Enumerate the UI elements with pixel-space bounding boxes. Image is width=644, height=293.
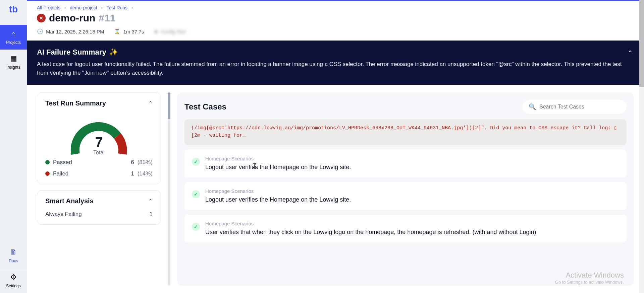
docs-icon: 🗎 bbox=[10, 248, 17, 257]
chevron-up-icon: ⌃ bbox=[148, 198, 153, 204]
title-row: ✕ demo-run #11 bbox=[37, 12, 634, 24]
test-list: (/img[@src='https://cdn.lowvig.ag/img/pr… bbox=[184, 119, 627, 278]
sidebar-item-settings[interactable]: ⚙ Settings bbox=[0, 268, 27, 293]
sidebar-item-projects[interactable]: ⌂ Projects bbox=[0, 25, 27, 50]
status-failed-icon: ✕ bbox=[37, 14, 46, 22]
legend-pct: (14%) bbox=[138, 170, 153, 177]
panel-header: Test Cases 🔍 bbox=[184, 100, 627, 114]
gauge-total-label: Total bbox=[67, 150, 131, 156]
sidebar-item-insights[interactable]: ▦ Insights bbox=[0, 50, 27, 74]
breadcrumb-item[interactable]: All Projects bbox=[37, 5, 60, 10]
breadcrumb-item[interactable]: demo-project bbox=[70, 5, 97, 10]
sidebar-item-label: Projects bbox=[6, 40, 20, 45]
scrollbar-thumb[interactable] bbox=[639, 0, 644, 87]
sidebar-item-label: Insights bbox=[6, 65, 20, 70]
home-icon: ⌂ bbox=[11, 29, 15, 38]
dot-passed-icon bbox=[45, 160, 50, 164]
windows-watermark: Activate Windows Go to Settings to activ… bbox=[555, 271, 624, 285]
meta-row: 🕒 Mar 12, 2025, 2:26:18 PM ⌛ 1m 37.7s ◈ … bbox=[37, 28, 634, 34]
run-number: #11 bbox=[99, 12, 115, 24]
gauge-chart: 7 Total Passed 6 bbox=[45, 114, 153, 177]
duration: ⌛ 1m 37.7s bbox=[114, 28, 144, 34]
scrollbar-thumb[interactable] bbox=[168, 92, 170, 119]
main-content: All Projects › demo-project › Test Runs … bbox=[27, 0, 644, 293]
card-title: Smart Analysis bbox=[45, 197, 94, 205]
smart-row: Always Failing 1 bbox=[45, 211, 153, 218]
sidebar-item-label: Docs bbox=[9, 259, 18, 263]
hourglass-icon: ⌛ bbox=[114, 28, 120, 34]
status-passed-icon: ✓ bbox=[192, 158, 200, 166]
breadcrumb-item[interactable]: Test Runs bbox=[107, 5, 127, 10]
card-title: Test Run Summary bbox=[45, 99, 106, 107]
test-title: Logout user verifies the Homepage on the… bbox=[205, 163, 619, 171]
tag-icon: ◈ bbox=[154, 28, 158, 34]
test-case-item[interactable]: ✓ Homepage Scenarios Logout user verifie… bbox=[184, 150, 627, 177]
smart-value: 1 bbox=[150, 211, 153, 218]
left-scrollbar[interactable] bbox=[168, 92, 170, 286]
gauge-total-value: 7 bbox=[67, 135, 131, 150]
app-logo: tb bbox=[9, 4, 18, 15]
clock-icon: 🕒 bbox=[37, 28, 43, 34]
content-area: Test Run Summary ⌃ 7 Total bbox=[27, 85, 644, 293]
test-category: Homepage Scenarios bbox=[205, 156, 619, 161]
timestamp-value: Mar 12, 2025, 2:26:18 PM bbox=[46, 29, 104, 34]
smart-analysis-card: Smart Analysis ⌃ Always Failing 1 bbox=[37, 190, 161, 225]
error-log: (/img[@src='https://cdn.lowvig.ag/img/pr… bbox=[184, 119, 627, 145]
search-box[interactable]: 🔍 bbox=[523, 100, 627, 114]
status-passed-icon: ✓ bbox=[192, 223, 200, 231]
duration-value: 1m 37.7s bbox=[123, 29, 144, 34]
legend-pct: (85%) bbox=[138, 159, 153, 166]
legend-count: 1 bbox=[131, 170, 134, 177]
chevron-right-icon: › bbox=[131, 5, 133, 10]
chevron-right-icon: › bbox=[101, 5, 103, 10]
panel-title: Test Cases bbox=[184, 102, 226, 112]
smart-label: Always Failing bbox=[45, 211, 82, 218]
chevron-up-icon: ⌃ bbox=[628, 50, 633, 56]
gear-icon: ⚙ bbox=[10, 273, 17, 282]
insights-icon: ▦ bbox=[10, 54, 17, 63]
status-passed-icon: ✓ bbox=[192, 190, 200, 198]
legend-count: 6 bbox=[131, 159, 134, 166]
chevron-right-icon: › bbox=[64, 5, 66, 10]
sidebar: tb ⌂ Projects ▦ Insights 🗎 Docs ⚙ Settin… bbox=[0, 0, 27, 293]
card-header[interactable]: Smart Analysis ⌃ bbox=[45, 197, 153, 205]
run-title: demo-run bbox=[49, 12, 95, 24]
sidebar-item-docs[interactable]: 🗎 Docs bbox=[0, 243, 27, 268]
card-header[interactable]: Test Run Summary ⌃ bbox=[45, 99, 153, 107]
breadcrumb: All Projects › demo-project › Test Runs … bbox=[37, 5, 634, 10]
test-category: Homepage Scenarios bbox=[205, 188, 619, 194]
test-title: User verifies that when they click on th… bbox=[205, 228, 619, 236]
sparkle-icon: ✨ bbox=[109, 48, 118, 57]
test-run-summary-card: Test Run Summary ⌃ 7 Total bbox=[37, 92, 161, 184]
dot-failed-icon bbox=[45, 171, 50, 176]
test-cases-panel: Test Cases 🔍 (/img[@src='https://cdn.low… bbox=[177, 92, 634, 286]
test-category: Homepage Scenarios bbox=[205, 221, 619, 226]
search-icon: 🔍 bbox=[529, 103, 536, 111]
left-panel: Test Run Summary ⌃ 7 Total bbox=[37, 92, 161, 286]
ai-summary-title: AI Failure Summary ✨ bbox=[37, 48, 626, 57]
test-case-item[interactable]: ✓ Homepage Scenarios User verifies that … bbox=[184, 215, 627, 242]
legend-label: Failed bbox=[53, 170, 68, 177]
sidebar-item-label: Settings bbox=[6, 284, 20, 288]
ai-failure-summary: AI Failure Summary ✨ A test case for log… bbox=[27, 41, 644, 85]
chevron-up-icon: ⌃ bbox=[148, 100, 153, 106]
meta-blurred: ◈ Config Text bbox=[154, 28, 186, 34]
search-input[interactable] bbox=[539, 104, 621, 110]
test-case-item[interactable]: ✓ Homepage Scenarios Logout user verifie… bbox=[184, 182, 627, 210]
test-title: Logout user verifies the Homepage on the… bbox=[205, 195, 619, 204]
collapse-button[interactable]: ⌃ bbox=[626, 48, 634, 58]
ai-summary-body: A test case for logout user functionalit… bbox=[37, 60, 626, 78]
page-header: All Projects › demo-project › Test Runs … bbox=[27, 1, 644, 41]
blurred-value: Config Text bbox=[161, 29, 186, 34]
page-scrollbar[interactable] bbox=[639, 0, 644, 293]
timestamp: 🕒 Mar 12, 2025, 2:26:18 PM bbox=[37, 28, 104, 34]
